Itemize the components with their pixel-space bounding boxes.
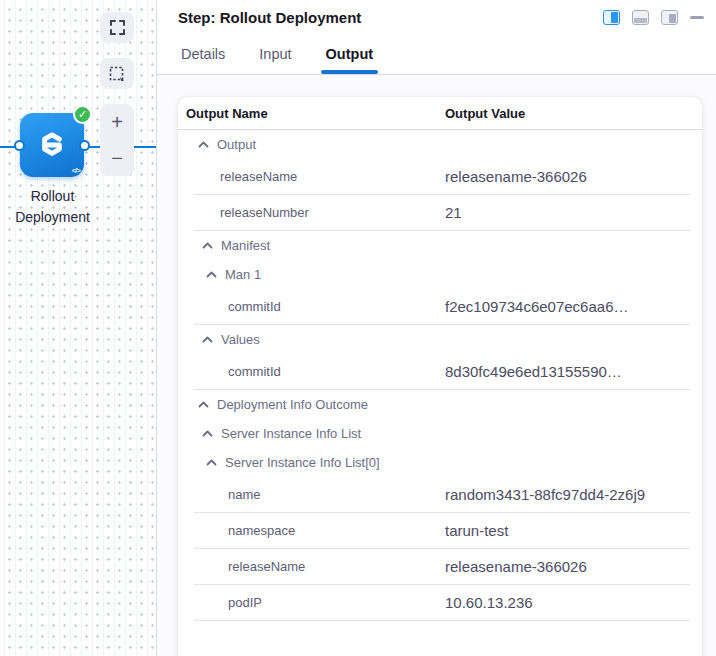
marquee-select-icon bbox=[109, 66, 125, 82]
tab-output[interactable]: Output bbox=[323, 40, 377, 74]
output-table-card: Output Name Output Value OutputreleaseNa… bbox=[178, 97, 702, 656]
tab-details[interactable]: Details bbox=[178, 40, 228, 74]
step-detail-panel: Step: Rollout Deployment DetailsInputOut… bbox=[157, 0, 716, 656]
success-check-icon: ✓ bbox=[73, 105, 92, 124]
pipeline-step-view: ✓ </> Rollout Deployment + − Step: Rollo… bbox=[0, 0, 716, 656]
zoom-controls: + − bbox=[100, 104, 134, 176]
output-value: 10.60.13.236 bbox=[445, 588, 533, 618]
expand-canvas-button[interactable] bbox=[100, 12, 134, 43]
chevron-up-icon[interactable] bbox=[206, 271, 218, 278]
step-node-rollout-deployment[interactable]: ✓ </> bbox=[20, 113, 84, 177]
output-tab-content: Output Name Output Value OutputreleaseNa… bbox=[157, 75, 716, 656]
output-row: podIP10.60.13.236 bbox=[178, 585, 702, 621]
output-name: namespace bbox=[178, 516, 445, 546]
output-name: releaseName bbox=[178, 552, 445, 582]
tab-input[interactable]: Input bbox=[256, 40, 294, 74]
group-row: Deployment Info Outcome bbox=[178, 390, 702, 419]
output-value: random3431-88fc97dd4-2z6j9 bbox=[445, 480, 645, 510]
output-row: commitId8d30fc49e6ed13155590… bbox=[178, 354, 702, 390]
pipeline-canvas[interactable]: ✓ </> Rollout Deployment + − bbox=[0, 0, 157, 656]
minimize-icon[interactable] bbox=[690, 16, 704, 19]
chevron-up-icon[interactable] bbox=[206, 459, 218, 466]
input-port[interactable] bbox=[14, 140, 25, 151]
chevron-up-icon[interactable] bbox=[202, 336, 214, 343]
code-icon: </> bbox=[71, 166, 80, 175]
dock-float-icon[interactable] bbox=[661, 10, 678, 25]
output-row: namerandom3431-88fc97dd4-2z6j9 bbox=[178, 477, 702, 513]
group-row: Values bbox=[178, 325, 702, 354]
chevron-up-icon[interactable] bbox=[202, 430, 214, 437]
dock-float-icon-fill bbox=[669, 14, 676, 23]
output-value: tarun-test bbox=[445, 516, 508, 546]
node-label: Rollout Deployment bbox=[0, 186, 105, 228]
group-label: Values bbox=[221, 332, 260, 347]
zoom-out-button[interactable]: − bbox=[100, 140, 134, 176]
group-row: Man 1 bbox=[178, 260, 702, 289]
output-name: releaseNumber bbox=[178, 198, 445, 228]
table-header-row: Output Name Output Value bbox=[178, 97, 702, 130]
chevron-up-icon[interactable] bbox=[202, 242, 214, 249]
chevron-up-icon[interactable] bbox=[198, 401, 210, 408]
harness-step-icon bbox=[33, 126, 71, 164]
output-name: podIP bbox=[178, 588, 445, 618]
marquee-select-button[interactable] bbox=[100, 58, 134, 89]
group-label: Manifest bbox=[221, 238, 270, 253]
expand-icon bbox=[110, 20, 125, 35]
output-name: commitId bbox=[178, 357, 445, 387]
output-row: releaseNamereleasename-366026 bbox=[178, 159, 702, 195]
group-row: Output bbox=[178, 130, 702, 159]
zoom-in-button[interactable]: + bbox=[100, 104, 134, 140]
dock-right-icon-fill bbox=[611, 12, 618, 23]
output-name: name bbox=[178, 480, 445, 510]
group-label: Man 1 bbox=[225, 267, 261, 282]
column-header-output-name: Output Name bbox=[178, 106, 445, 121]
output-name: releaseName bbox=[178, 162, 445, 192]
group-row: Manifest bbox=[178, 231, 702, 260]
chevron-up-icon[interactable] bbox=[198, 141, 210, 148]
dock-bottom-icon-fill bbox=[634, 18, 647, 23]
dock-bottom-icon[interactable] bbox=[632, 10, 649, 25]
table-body: OutputreleaseNamereleasename-366026relea… bbox=[178, 130, 702, 621]
group-label: Server Instance Info List bbox=[221, 426, 361, 441]
output-value: 8d30fc49e6ed13155590… bbox=[445, 357, 622, 387]
output-value: releasename-366026 bbox=[445, 552, 587, 582]
column-header-output-value: Output Value bbox=[445, 106, 702, 121]
output-value: f2ec109734c6e07ec6aa6… bbox=[445, 292, 629, 322]
group-row: Server Instance Info List[0] bbox=[178, 448, 702, 477]
output-name: commitId bbox=[178, 292, 445, 322]
output-value: releasename-366026 bbox=[445, 162, 587, 192]
output-row: commitIdf2ec109734c6e07ec6aa6… bbox=[178, 289, 702, 325]
panel-title: Step: Rollout Deployment bbox=[178, 8, 361, 26]
group-label: Deployment Info Outcome bbox=[217, 397, 368, 412]
group-label: Output bbox=[217, 137, 256, 152]
group-label: Server Instance Info List[0] bbox=[225, 455, 380, 470]
output-row: namespacetarun-test bbox=[178, 513, 702, 549]
dock-right-icon[interactable] bbox=[603, 10, 620, 25]
output-port[interactable] bbox=[79, 140, 90, 151]
output-value: 21 bbox=[445, 198, 462, 228]
tab-bar: DetailsInputOutput bbox=[157, 26, 716, 75]
panel-window-controls bbox=[603, 8, 704, 25]
panel-header: Step: Rollout Deployment bbox=[157, 0, 716, 26]
output-row: releaseNumber21 bbox=[178, 195, 702, 231]
group-row: Server Instance Info List bbox=[178, 419, 702, 448]
output-row: releaseNamereleasename-366026 bbox=[178, 549, 702, 585]
